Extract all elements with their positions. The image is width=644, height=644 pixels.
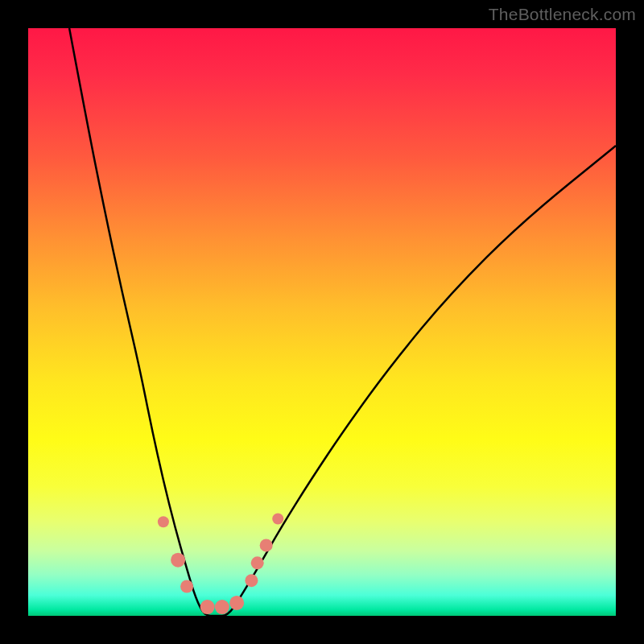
curve-svg [28,28,616,616]
data-marker [229,596,244,610]
chart-canvas: TheBottleneck.com [0,0,644,644]
data-marker [200,600,215,614]
data-marker [158,516,169,527]
data-marker [245,574,258,587]
plot-area [28,28,616,616]
marker-group [158,514,283,615]
watermark-text: TheBottleneck.com [489,5,636,24]
curve-path-group [69,28,616,616]
data-marker [215,600,229,614]
data-marker [180,580,193,593]
data-marker [272,514,283,525]
data-marker [171,553,185,568]
bottleneck-curve [69,28,616,616]
data-marker [251,556,264,569]
data-marker [260,539,273,551]
